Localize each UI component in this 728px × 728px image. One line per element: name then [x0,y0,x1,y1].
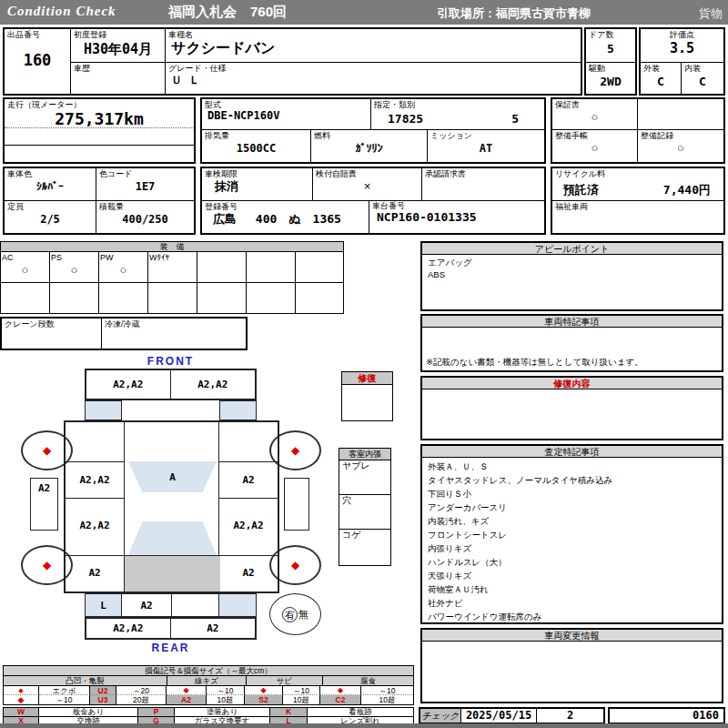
assessment-item: パワーウインドウ運転席のみ [428,610,716,623]
capacity-value: 2/5 [5,211,96,228]
cowl-corner-right [219,400,257,420]
check-table: チェック 2025/05/15 2 [419,707,605,724]
mileage-box: 走行（現メーター） 275,317km [3,97,196,164]
right-quarter-zone: A2 [219,559,278,586]
appeal-section: アピールポイント エアバッグ ABS [420,241,723,311]
chassis-block: 車台番号 NCP160-0101335 [369,200,544,233]
legend-code: S2 [245,695,283,704]
exterior-cell: 外装 C [641,63,682,94]
code-desc: 板金あり [39,708,138,716]
rear-bumper-left-zone: A2,A2 [86,619,171,638]
history-cell: 車歴 [71,63,166,94]
document-table: 保証書 ○ 整備手帳 ○ 整備記録 ○ [551,97,725,164]
interior-cell: 内装 C [682,63,723,94]
mileage-value: 275,317km [5,109,194,128]
mission-value: AT [428,140,544,157]
change-info-section: 車両変更情報 [420,628,723,703]
code-desc: 看板跡 [308,708,413,716]
appeal-item: ABS [428,268,716,280]
equipment-label: AC [1,252,49,262]
equipment-cell-empty [247,252,296,283]
insurance-label: 検付自賠責 [313,168,421,178]
rear-bumper: A2,A2 A2 [85,617,257,640]
capacity-cell: 定員 2/5 [5,201,96,233]
appeal-item: エアバッグ [428,257,716,268]
legend-symbol: ◆ [245,686,283,695]
presence-yes: 有 [282,607,298,622]
vehicle-notes-section: 車両特記事項 ※記載のない書類・機器等は無しとして取り扱います。 [420,314,723,372]
tailgate-zone: A2 [122,594,172,616]
legend-group-scratch: 線キズ [167,676,247,686]
first-reg-value: H30年04月 [71,39,165,59]
assessment-title: 査定特記事項 [422,446,722,458]
equipment-cell-empty [296,283,343,313]
check-date: 2025/05/15 [461,709,537,723]
vehicle-id-table: 出品番号 160 初度登録 H30年04月 車歴 車種名 サクシードバン グレー… [3,27,582,96]
grade-value: Ｕ Ｌ [166,73,582,88]
left-side-label: A2 [31,479,57,494]
recycle-table: リサイクル料 預託済 7,440円 福祉車両 [551,167,725,235]
windshield-zone: A [128,461,217,492]
header-bar: Condition Check 福岡入札会 760回 引取場所：福岡県古賀市青柳… [0,0,728,25]
grade-label: グレード・仕様 [166,63,582,73]
doors-label: ドア数 [586,29,635,39]
vehicle-notes-footnote: ※記載のない書類・機器等は無しとして取り扱います。 [426,357,643,369]
change-info-title: 車両変更情報 [422,630,722,642]
cabin-box: 客室内張 ヤブレ 穴 コゲ [339,448,391,566]
grade-cell: グレード・仕様 Ｕ Ｌ [166,63,582,94]
approval-cell: 承認請求書 [422,168,544,201]
code-cell: K [270,708,308,716]
fuel-cell: 燃料 ｶﾞｿﾘﾝ [311,130,428,162]
equipment-label: Wﾀｲﾔ [148,252,197,262]
maint-book-mark: ○ [552,140,637,155]
fuel-value: ｶﾞｿﾘﾝ [311,140,427,157]
welfare-label: 福祉車両 [552,201,723,211]
tailgate-left-zone: L [86,594,122,616]
equipment-cell-pw: PW○ [99,252,148,283]
drive-value: 2WD [586,73,635,89]
tailgate-empty-zone [172,594,219,616]
sheet-code-box: 0160 [608,707,725,724]
equipment-cell-empty [1,283,50,313]
damage-diamond: ◆ [291,444,299,457]
equipment-cell-ps: PS○ [50,252,99,283]
recycle-status: 預託済 [563,182,599,198]
recycle-fee: 7,440円 [663,182,711,198]
equipment-mark: ○ [99,262,147,277]
damage-diamond: ◆ [43,444,51,457]
left-fender-zone: A2,A2 [66,464,124,495]
color-code-label: 色コード [96,168,194,178]
type-cell: 型式 DBE-NCP160V [202,99,371,130]
load-value: 400/250 [96,211,194,228]
cabin-row-hole: 穴 [339,495,390,530]
crane-label: クレーン段数 [2,318,101,329]
assessment-item: 下回りＳ小 [428,487,716,500]
legend-title: 損傷記号＆損傷サイズ（～最大cm） [4,666,413,676]
spec-table: 型式 DBE-NCP160V 指定・類別 17825 5 排気量 1500CC … [200,97,546,164]
presence-no: 無 [298,608,308,622]
mission-cell: ミッション AT [428,130,544,162]
exterior-grade: C [641,73,681,89]
drive-label: 駆動 [586,63,635,73]
legend-size: ～10 [207,686,245,695]
maint-record-mark: ○ [638,140,723,155]
code-cell: P [138,708,175,716]
color-code-value: 1E7 [96,178,194,195]
legend-code: C2 [320,695,361,704]
legend-size: ～10 [39,695,90,704]
document-blank-cell [638,99,723,130]
legend-size: 10超 [361,695,413,704]
equipment-mark: ○ [1,262,49,277]
displacement-label: 排気量 [202,130,310,140]
exterior-label: 外装 [641,63,681,73]
cabin-row-burn: コゲ [339,530,390,563]
equipment-cell-wtire: Wﾀｲﾔ [148,252,197,283]
legend-size: ～20 [116,686,167,695]
load-cell: 積載量 400/250 [96,201,194,233]
capacity-label: 定員 [5,201,96,211]
category-label: 貨物 [699,5,723,22]
equipment-cell-empty [50,283,99,313]
rear-window-zone [128,521,217,555]
right-fender-zone: A2 [219,464,278,495]
mileage-label: 走行（現メーター） [5,99,194,109]
